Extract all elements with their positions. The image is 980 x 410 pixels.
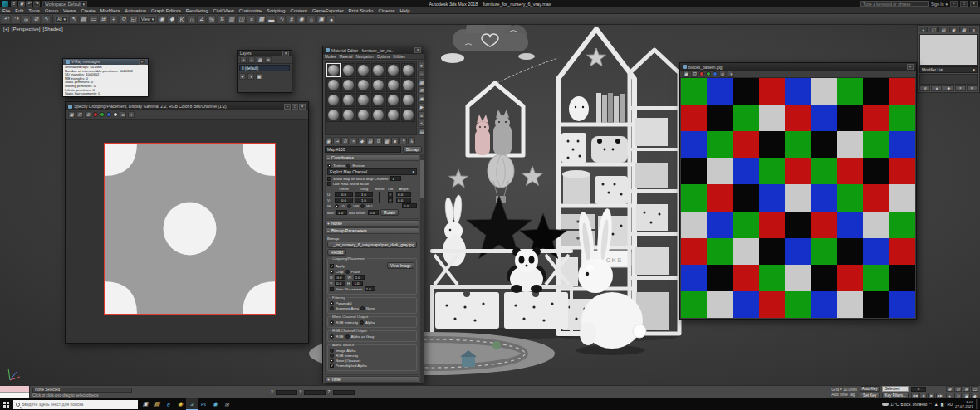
material-editor-window[interactable]: Material Editor - furniture_for_nu... × …: [322, 46, 424, 383]
material-editor-titlebar[interactable]: Material Editor - furniture_for_nu... ×: [323, 46, 424, 54]
rgb-output-radio[interactable]: [330, 334, 334, 339]
menu-item[interactable]: Tools: [26, 7, 42, 13]
material-slot[interactable]: [386, 108, 400, 122]
bitmap-viewer-window[interactable]: blocks_pattern.jpg × ▣⊡ α ◑: [679, 62, 917, 320]
undo-icon[interactable]: ↶: [26, 1, 32, 7]
create-tab-icon[interactable]: +: [919, 27, 928, 32]
material-slot[interactable]: [356, 78, 370, 92]
blur-offset-spinner[interactable]: 0.0: [368, 210, 379, 215]
close-icon[interactable]: ×: [299, 104, 306, 110]
material-menu-item[interactable]: Navigation: [355, 55, 375, 59]
auto-key-button[interactable]: Auto Key: [860, 386, 880, 392]
start-button[interactable]: [0, 398, 12, 410]
weather-widget[interactable]: 17°C В осн. облачно: [882, 403, 927, 407]
delete-layer-icon[interactable]: −: [248, 56, 255, 63]
clone-image-icon[interactable]: ⊡: [691, 71, 698, 77]
menu-item[interactable]: Content: [288, 7, 310, 13]
options-icon[interactable]: ≡: [418, 111, 425, 119]
menu-item[interactable]: Graph Editors: [149, 7, 184, 13]
window-crossing-icon[interactable]: ⊞: [99, 15, 108, 24]
plate-texture-preview[interactable]: [104, 143, 276, 315]
material-slot[interactable]: [356, 93, 370, 107]
angle-snap-icon[interactable]: ∠: [197, 15, 206, 24]
vray-messages-window[interactable]: V-Ray messages × Unshaded rays: 641388Nu…: [62, 58, 149, 97]
menu-item[interactable]: Views: [61, 7, 78, 13]
hot-air-balloon[interactable]: [488, 154, 514, 203]
mono-rgb-intensity-radio[interactable]: [330, 320, 334, 325]
material-slot[interactable]: [401, 78, 415, 92]
task-view-button[interactable]: ▣: [140, 398, 151, 410]
view-image-button[interactable]: View Image: [387, 262, 414, 269]
remove-modifier-icon[interactable]: ×: [955, 85, 966, 91]
taskbar-search-input[interactable]: [22, 402, 130, 407]
mapping-dropdown[interactable]: Explicit Map Channel ▾: [327, 168, 417, 175]
material-slot[interactable]: [401, 93, 415, 107]
menu-item[interactable]: Rendering: [184, 7, 211, 13]
v-tiling-spinner[interactable]: 1.0: [355, 198, 373, 203]
viewport-view-label[interactable]: [Perspective]: [12, 27, 41, 32]
mono-channel-icon[interactable]: ◑: [728, 71, 734, 77]
vray-window-titlebar[interactable]: V-Ray messages ×: [63, 59, 148, 65]
walk-through-icon[interactable]: ◆: [971, 393, 978, 398]
reference-coordinate-dropdown[interactable]: View ▾: [139, 16, 156, 23]
active-layer-field[interactable]: 0 (default): [239, 65, 290, 71]
perspective-viewport[interactable]: [+] [Perspective] [Shaded]: [0, 25, 980, 385]
v-angle-spinner[interactable]: 0.0: [396, 198, 411, 203]
spinner-snap-icon[interactable]: ⇅: [217, 15, 226, 24]
material-editor-icon[interactable]: ◉: [296, 15, 306, 24]
bind-to-space-warp-icon[interactable]: ∿: [42, 15, 51, 24]
rollout-bitmap-header[interactable]: −Bitmap Parameters: [325, 227, 419, 234]
crop-u-spinner[interactable]: 0.0: [335, 275, 345, 280]
select-by-material-icon[interactable]: ↖: [418, 120, 425, 127]
minimize-button[interactable]: –: [950, 1, 958, 7]
menu-item[interactable]: Customize: [237, 7, 264, 13]
layers-panel[interactable]: Layers × +−▦≡ 0 (default) ● ◑ ▣: [237, 50, 292, 93]
backlight-icon[interactable]: ☼: [418, 70, 425, 77]
material-slot[interactable]: [371, 78, 385, 92]
menu-item[interactable]: Create: [78, 7, 97, 13]
red-channel-icon[interactable]: [699, 71, 704, 76]
menu-item[interactable]: Print Studio: [346, 7, 376, 13]
set-key-button[interactable]: Set Key: [860, 393, 880, 398]
chrome-button[interactable]: ◉: [174, 398, 186, 410]
select-and-move-icon[interactable]: +: [109, 15, 118, 24]
real-world-scale-checkbox[interactable]: [327, 182, 331, 186]
material-slot[interactable]: [371, 93, 385, 107]
file-explorer-button[interactable]: ▤: [151, 398, 163, 410]
render-production-icon[interactable]: ●: [326, 15, 336, 24]
material-slot[interactable]: [356, 63, 370, 77]
use-pivot-center-icon[interactable]: ◉: [157, 15, 166, 24]
align-icon[interactable]: ≡: [247, 15, 256, 24]
schematic-view-icon[interactable]: #: [287, 15, 296, 24]
taskbar-search[interactable]: [13, 400, 138, 409]
zoom-extents-icon[interactable]: ⊞: [963, 386, 970, 392]
material-menu-item[interactable]: Options: [375, 55, 392, 59]
save-image-icon[interactable]: ▣: [68, 111, 75, 118]
alpha-channel-icon[interactable]: α: [719, 71, 726, 77]
place-radio[interactable]: [345, 270, 350, 274]
clock-widget[interactable]: 8:04 27.07.2021: [955, 400, 973, 408]
material-map-navigator-icon[interactable]: ▤: [418, 128, 425, 135]
bitmap-viewer-titlebar[interactable]: blocks_pattern.jpg ×: [680, 63, 916, 71]
get-material-icon[interactable]: ◉: [325, 137, 332, 144]
jitter-spinner[interactable]: 1.0: [365, 286, 375, 291]
material-id-icon[interactable]: 0: [375, 137, 382, 144]
u-mirror-checkbox[interactable]: [379, 192, 380, 198]
volume-icon[interactable]: ◧: [941, 402, 945, 407]
menu-item[interactable]: Help: [398, 7, 413, 13]
rectangular-selection-icon[interactable]: ▭: [89, 15, 98, 24]
assign-to-selection-icon[interactable]: ⊙: [341, 137, 349, 144]
crop-h-spinner[interactable]: 1.0: [352, 281, 363, 286]
make-preview-icon[interactable]: ▶: [418, 103, 425, 110]
make-unique-icon[interactable]: ◆: [943, 85, 953, 91]
v-offset-spinner[interactable]: 0.0: [335, 198, 353, 203]
z-coordinate-field[interactable]: [333, 390, 355, 395]
edge-button[interactable]: e: [163, 398, 174, 410]
white-channel-icon[interactable]: [113, 112, 118, 117]
crop-radio[interactable]: [330, 270, 334, 274]
save-icon[interactable]: ▣: [18, 1, 25, 7]
crop-window-titlebar[interactable]: Specify Cropping/Placement, Display Gamm…: [66, 102, 308, 110]
material-slot[interactable]: [371, 63, 385, 77]
minimize-icon[interactable]: –: [284, 104, 291, 110]
redo-icon[interactable]: ↷: [33, 1, 40, 7]
